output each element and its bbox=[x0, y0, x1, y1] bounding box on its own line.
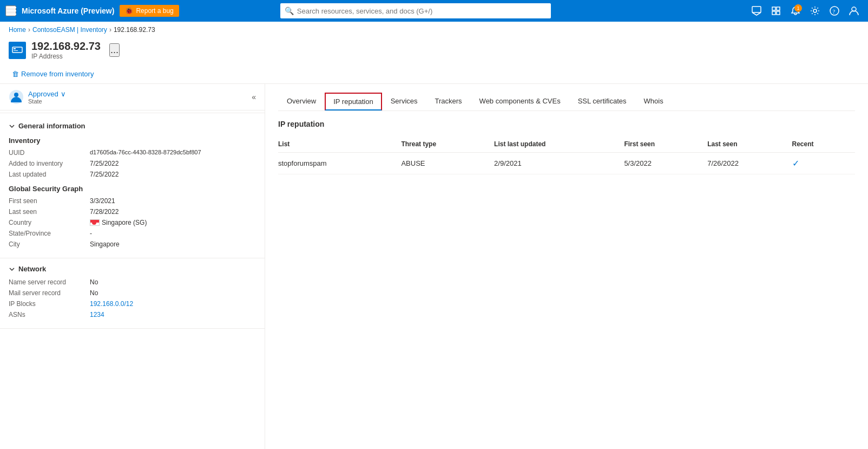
svg-rect-3 bbox=[772, 11, 775, 15]
tab-ip-reputation[interactable]: IP reputation bbox=[325, 93, 382, 110]
topnav-icon-group: 1 ? bbox=[748, 2, 863, 19]
col-first-seen: First seen bbox=[624, 136, 707, 153]
svg-text:?: ? bbox=[832, 8, 835, 15]
country-label: Country bbox=[9, 219, 84, 226]
state-icon bbox=[9, 89, 24, 105]
ip-blocks-value[interactable]: 192.168.0.0/12 bbox=[90, 300, 256, 308]
table-header-row: List Threat type List last updated First… bbox=[278, 136, 855, 153]
svg-rect-10 bbox=[14, 48, 16, 49]
state-value[interactable]: Approved ∨ bbox=[28, 90, 66, 98]
city-row: City Singapore bbox=[9, 240, 256, 248]
resource-icon bbox=[9, 42, 26, 59]
directory-button[interactable] bbox=[767, 2, 785, 19]
last-seen-label: Last seen bbox=[9, 208, 84, 216]
asns-label: ASNs bbox=[9, 311, 84, 318]
added-label: Added to inventory bbox=[9, 160, 84, 167]
ip-reputation-content: IP reputation List Threat type List last… bbox=[278, 120, 855, 174]
svg-rect-0 bbox=[752, 6, 761, 12]
tab-trackers[interactable]: Trackers bbox=[426, 93, 471, 110]
left-panel: Approved ∨ State « General information I… bbox=[0, 84, 265, 449]
state-province-row: State/Province - bbox=[9, 230, 256, 237]
collapse-panel-button[interactable]: « bbox=[252, 93, 256, 101]
added-value: 7/25/2022 bbox=[90, 160, 256, 167]
main-layout: Approved ∨ State « General information I… bbox=[0, 84, 868, 449]
settings-button[interactable] bbox=[806, 2, 824, 19]
hamburger-menu[interactable] bbox=[5, 5, 16, 16]
page-title: 192.168.92.73 bbox=[31, 40, 101, 53]
mail-server-row: Mail server record No bbox=[9, 289, 256, 297]
breadcrumb-home[interactable]: Home bbox=[9, 26, 26, 34]
uuid-label: UUID bbox=[9, 149, 84, 157]
svg-point-5 bbox=[813, 9, 817, 12]
city-value: Singapore bbox=[90, 240, 256, 248]
app-title: Microsoft Azure (Preview) bbox=[22, 6, 114, 15]
country-row: Country Singapore (SG) bbox=[9, 219, 256, 226]
search-icon: 🔍 bbox=[285, 6, 294, 15]
ip-reputation-table: List Threat type List last updated First… bbox=[278, 136, 855, 174]
svg-rect-4 bbox=[777, 11, 780, 15]
svg-rect-2 bbox=[777, 7, 780, 10]
asns-value[interactable]: 1234 bbox=[90, 311, 256, 318]
page-header: 192.168.92.73 IP Address ... bbox=[0, 38, 868, 64]
right-panel: OverviewIP reputationServicesTrackersWeb… bbox=[265, 84, 868, 449]
page-title-group: 192.168.92.73 IP Address bbox=[31, 40, 101, 60]
tab-web-components[interactable]: Web components & CVEs bbox=[471, 93, 569, 110]
name-server-label: Name server record bbox=[9, 278, 84, 286]
tab-whois[interactable]: Whois bbox=[635, 93, 672, 110]
remove-inventory-button[interactable]: 🗑 Remove from inventory bbox=[9, 68, 97, 80]
uuid-row: UUID d17605da-76cc-4430-8328-8729dc5bf80… bbox=[9, 149, 256, 157]
added-row: Added to inventory 7/25/2022 bbox=[9, 160, 256, 167]
search-input[interactable] bbox=[297, 7, 547, 15]
updated-value: 7/25/2022 bbox=[90, 171, 256, 178]
breadcrumb-sep-1: › bbox=[28, 26, 30, 34]
col-list-updated: List last updated bbox=[494, 136, 624, 153]
cell-recent: ✓ bbox=[792, 153, 855, 174]
state-sublabel: State bbox=[28, 98, 66, 105]
country-value: Singapore (SG) bbox=[90, 219, 256, 226]
name-server-row: Name server record No bbox=[9, 278, 256, 286]
tab-ssl-certs[interactable]: SSL certificates bbox=[569, 93, 635, 110]
more-options-button[interactable]: ... bbox=[109, 43, 120, 57]
cell-first-seen: 5/3/2022 bbox=[624, 153, 707, 174]
breadcrumb-current: 192.168.92.73 bbox=[114, 26, 155, 34]
last-seen-value: 7/28/2022 bbox=[90, 208, 256, 216]
network-section: Network Name server record No Mail serve… bbox=[0, 258, 265, 329]
search-box[interactable]: 🔍 bbox=[280, 3, 551, 18]
asns-row: ASNs 1234 bbox=[9, 311, 256, 318]
page-subtitle: IP Address bbox=[31, 53, 101, 60]
breadcrumb-parent[interactable]: ContosoEASM | Inventory bbox=[32, 26, 107, 34]
top-navigation: Microsoft Azure (Preview) 🐞 Report a bug… bbox=[0, 0, 868, 22]
singapore-flag bbox=[90, 219, 100, 226]
ip-blocks-row: IP Blocks 192.168.0.0/12 bbox=[9, 300, 256, 308]
profile-button[interactable] bbox=[845, 2, 863, 19]
ip-reputation-heading: IP reputation bbox=[278, 120, 855, 128]
state-province-value: - bbox=[90, 230, 256, 237]
cell-list: stopforumspam bbox=[278, 153, 401, 174]
recent-check-icon: ✓ bbox=[792, 159, 799, 168]
cell-last-seen: 7/26/2022 bbox=[707, 153, 792, 174]
col-list: List bbox=[278, 136, 401, 153]
first-seen-value: 3/3/2021 bbox=[90, 197, 256, 205]
last-seen-row: Last seen 7/28/2022 bbox=[9, 208, 256, 216]
general-info-section: General information Inventory UUID d1760… bbox=[0, 115, 265, 258]
first-seen-row: First seen 3/3/2021 bbox=[9, 197, 256, 205]
breadcrumb: Home › ContosoEASM | Inventory › 192.168… bbox=[0, 22, 868, 38]
cell-list-updated: 2/9/2021 bbox=[494, 153, 624, 174]
toolbar: 🗑 Remove from inventory bbox=[0, 64, 868, 84]
state-section: Approved ∨ State « bbox=[0, 84, 265, 110]
network-toggle[interactable]: Network bbox=[9, 265, 256, 273]
report-bug-button[interactable]: 🐞 Report a bug bbox=[120, 5, 179, 17]
tab-services[interactable]: Services bbox=[382, 93, 426, 110]
notification-button[interactable]: 1 bbox=[787, 2, 804, 19]
general-info-toggle[interactable]: General information bbox=[9, 122, 256, 130]
city-label: City bbox=[9, 240, 84, 248]
inventory-subtitle: Inventory bbox=[9, 136, 256, 145]
first-seen-label: First seen bbox=[9, 197, 84, 205]
help-button[interactable]: ? bbox=[826, 2, 843, 19]
notification-badge: 1 bbox=[794, 4, 802, 12]
feedback-button[interactable] bbox=[748, 2, 765, 19]
cell-threat-type: ABUSE bbox=[401, 153, 494, 174]
tab-overview[interactable]: Overview bbox=[278, 93, 325, 110]
chevron-down-icon: ∨ bbox=[61, 90, 66, 98]
breadcrumb-sep-2: › bbox=[109, 26, 111, 34]
